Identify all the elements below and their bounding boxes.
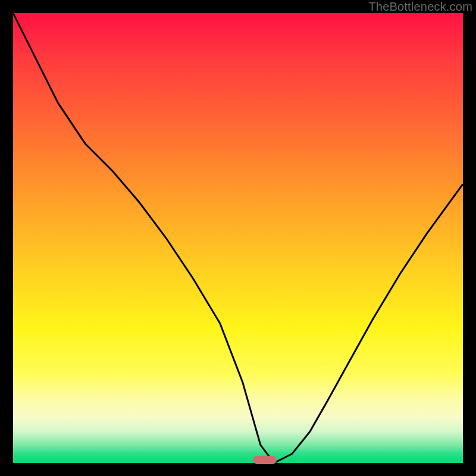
minimum-marker bbox=[253, 456, 277, 464]
chart-plot-area bbox=[13, 13, 463, 463]
curve-path bbox=[13, 13, 463, 463]
bottleneck-curve bbox=[13, 13, 463, 463]
watermark-label: TheBottleneck.com bbox=[368, 0, 472, 14]
chart-frame: TheBottleneck.com bbox=[0, 0, 476, 476]
